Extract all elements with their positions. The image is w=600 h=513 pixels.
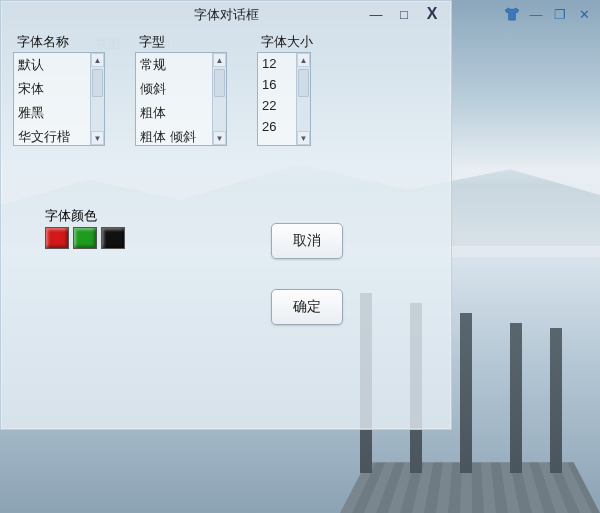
app-restore-button[interactable]: ❐ xyxy=(552,6,568,22)
scroll-up-icon[interactable]: ▲ xyxy=(297,53,310,67)
font-name-label: 字体名称 xyxy=(13,33,105,51)
dialog-minimize-button[interactable]: — xyxy=(363,5,389,23)
list-item[interactable]: 粗体 xyxy=(136,101,212,125)
font-name-column: 字体名称 默认 宋体 雅黑 华文行楷 ▲ ▼ xyxy=(13,33,105,146)
font-size-label: 字体大小 xyxy=(257,33,313,51)
list-item[interactable]: 华文行楷 xyxy=(14,125,90,145)
scrollbar[interactable]: ▲ ▼ xyxy=(296,53,310,145)
ok-button[interactable]: 确定 xyxy=(271,289,343,325)
dialog-maximize-button[interactable]: □ xyxy=(391,5,417,23)
font-name-list[interactable]: 默认 宋体 雅黑 华文行楷 ▲ ▼ xyxy=(13,52,105,146)
scroll-thumb[interactable] xyxy=(92,69,103,97)
font-size-column: 字体大小 12 16 22 26 ▲ ▼ xyxy=(257,33,313,146)
list-item[interactable]: 倾斜 xyxy=(136,77,212,101)
color-swatch-red[interactable] xyxy=(45,227,69,249)
list-item[interactable]: 宋体 xyxy=(14,77,90,101)
font-style-list[interactable]: 常规 倾斜 粗体 粗体 倾斜 ▲ ▼ xyxy=(135,52,227,146)
list-item[interactable]: 粗体 倾斜 xyxy=(136,125,212,145)
scroll-down-icon[interactable]: ▼ xyxy=(91,131,104,145)
list-item[interactable]: 16 xyxy=(258,74,296,95)
scrollbar[interactable]: ▲ ▼ xyxy=(90,53,104,145)
scroll-down-icon[interactable]: ▼ xyxy=(297,131,310,145)
list-item[interactable]: 26 xyxy=(258,116,296,137)
list-item[interactable]: 默认 xyxy=(14,53,90,77)
list-item[interactable]: 常规 xyxy=(136,53,212,77)
font-dialog: 字体对话框 — □ X 字体名称 默认 宋体 雅黑 华文行楷 ▲ xyxy=(0,0,452,430)
font-style-label: 字型 xyxy=(135,33,227,51)
dialog-title: 字体对话框 xyxy=(194,6,259,24)
font-size-list[interactable]: 12 16 22 26 ▲ ▼ xyxy=(257,52,311,146)
scroll-up-icon[interactable]: ▲ xyxy=(91,53,104,67)
font-color-label: 字体颜色 xyxy=(45,208,97,223)
app-minimize-button[interactable]: — xyxy=(528,6,544,22)
scroll-thumb[interactable] xyxy=(298,69,309,97)
scroll-down-icon[interactable]: ▼ xyxy=(213,131,226,145)
dialog-titlebar[interactable]: 字体对话框 — □ X xyxy=(1,1,451,29)
theme-shirt-icon[interactable] xyxy=(504,6,520,22)
app-close-button[interactable]: ✕ xyxy=(576,6,592,22)
font-color-section: 字体颜色 xyxy=(45,207,125,249)
color-swatch-green[interactable] xyxy=(73,227,97,249)
list-item[interactable]: 12 xyxy=(258,53,296,74)
color-swatch-black[interactable] xyxy=(101,227,125,249)
font-style-column: 字型 常规 倾斜 粗体 粗体 倾斜 ▲ ▼ xyxy=(135,33,227,146)
dialog-close-button[interactable]: X xyxy=(419,5,445,23)
scroll-up-icon[interactable]: ▲ xyxy=(213,53,226,67)
list-item[interactable]: 雅黑 xyxy=(14,101,90,125)
cancel-button[interactable]: 取消 xyxy=(271,223,343,259)
scroll-thumb[interactable] xyxy=(214,69,225,97)
scrollbar[interactable]: ▲ ▼ xyxy=(212,53,226,145)
list-item[interactable]: 22 xyxy=(258,95,296,116)
